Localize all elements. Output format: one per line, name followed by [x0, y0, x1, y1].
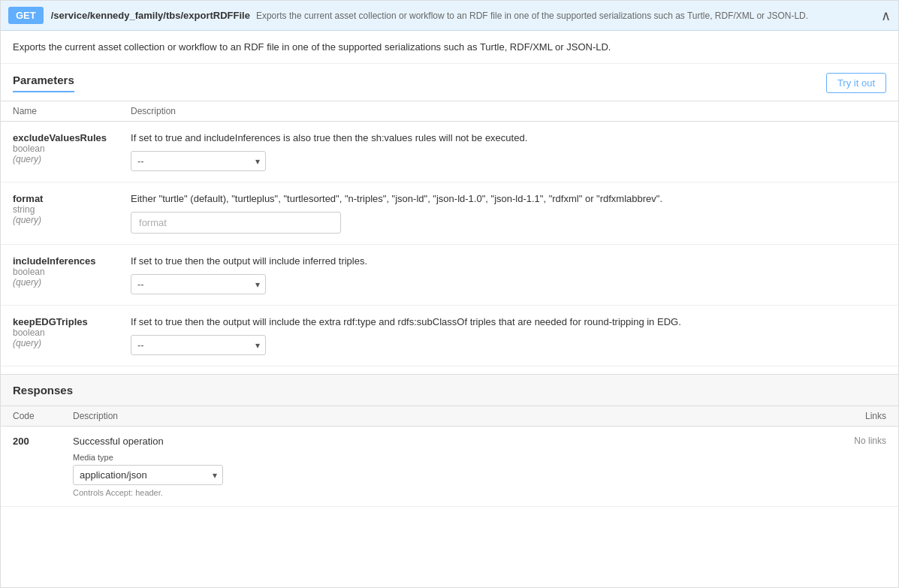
responses-title: Responses — [13, 384, 73, 397]
response-code: 200 — [13, 436, 29, 447]
param-name-cell: excludeValuesRules boolean (query) — [1, 122, 119, 182]
response-desc-cell: Successful operation Media type applicat… — [61, 427, 694, 507]
table-row: 200 Successful operation Media type appl… — [1, 427, 898, 507]
col-name-header: Name — [1, 101, 119, 122]
responses-col-description: Description — [61, 406, 694, 427]
parameters-table: Name Description excludeValuesRules bool… — [1, 101, 898, 366]
table-row: format string (query) Either "turtle" (d… — [1, 182, 898, 245]
controls-note: Controls Accept: header. — [73, 488, 682, 497]
param-type: string — [13, 204, 107, 215]
param-description-text: If set to true then the output will incl… — [131, 316, 886, 327]
param-desc-cell: If set to true and includeInferences is … — [119, 122, 898, 182]
responses-col-links: Links — [694, 406, 898, 427]
param-description-text: Either "turtle" (default), "turtleplus",… — [131, 193, 886, 204]
endpoint-description: Exports the current asset collection or … — [256, 11, 873, 21]
param-select-keepEDGTriples[interactable]: --truefalse — [131, 335, 266, 355]
param-location: (query) — [13, 338, 107, 348]
media-type-select-wrapper: application/jsontext/turtleapplication/r… — [73, 465, 223, 485]
select-wrapper: --truefalse — [131, 151, 266, 171]
param-name-cell: keepEDGTriples boolean (query) — [1, 306, 119, 366]
param-desc-cell: Either "turtle" (default), "turtleplus",… — [119, 182, 898, 245]
param-name: excludeValuesRules — [13, 132, 107, 143]
param-select-excludeValuesRules[interactable]: --truefalse — [131, 151, 266, 171]
response-links-text: No links — [854, 436, 886, 446]
main-container: GET /service/kennedy_family/tbs/exportRD… — [0, 0, 899, 588]
parameters-header: Parameters Try it out — [1, 64, 898, 93]
select-wrapper: --truefalse — [131, 335, 266, 355]
param-name: format — [13, 193, 107, 204]
param-desc-cell: If set to true then the output will incl… — [119, 306, 898, 366]
param-location: (query) — [13, 277, 107, 288]
param-input-format[interactable] — [131, 212, 341, 234]
response-code-cell: 200 — [1, 427, 61, 507]
select-wrapper: --truefalse — [131, 274, 266, 294]
param-name: includeInferences — [13, 255, 107, 267]
method-badge: GET — [8, 7, 44, 24]
response-links-cell: No links — [694, 427, 898, 507]
response-description: Successful operation — [73, 436, 682, 447]
media-type-label: Media type — [73, 453, 682, 462]
table-row: includeInferences boolean (query) If set… — [1, 245, 898, 306]
parameters-section: Parameters Try it out Name Description e… — [1, 64, 898, 366]
col-description-header: Description — [119, 101, 898, 122]
param-type: boolean — [13, 267, 107, 277]
responses-col-code: Code — [1, 406, 61, 427]
parameters-title: Parameters — [13, 74, 74, 92]
table-row: keepEDGTriples boolean (query) If set to… — [1, 306, 898, 366]
responses-section: Responses Code Description Links 200 Suc… — [1, 374, 898, 507]
param-description-text: If set to true then the output will incl… — [131, 255, 886, 267]
param-name: keepEDGTriples — [13, 316, 107, 327]
responses-header: Responses — [1, 375, 898, 406]
header-bar: GET /service/kennedy_family/tbs/exportRD… — [1, 1, 898, 31]
param-location: (query) — [13, 215, 107, 225]
endpoint-path: /service/kennedy_family/tbs/exportRDFFil… — [51, 10, 250, 21]
try-it-out-button[interactable]: Try it out — [826, 73, 886, 93]
media-type-select[interactable]: application/jsontext/turtleapplication/r… — [73, 465, 223, 485]
table-row: excludeValuesRules boolean (query) If se… — [1, 122, 898, 182]
param-name-cell: format string (query) — [1, 182, 119, 245]
param-type: boolean — [13, 327, 107, 338]
collapse-icon[interactable]: ∧ — [881, 8, 891, 24]
param-description-text: If set to true and includeInferences is … — [131, 132, 886, 143]
param-select-includeInferences[interactable]: --truefalse — [131, 274, 266, 294]
summary-description: Exports the current asset collection or … — [1, 31, 898, 64]
responses-table: Code Description Links 200 Successful op… — [1, 406, 898, 507]
param-location: (query) — [13, 154, 107, 164]
param-type: boolean — [13, 143, 107, 154]
param-name-cell: includeInferences boolean (query) — [1, 245, 119, 306]
param-desc-cell: If set to true then the output will incl… — [119, 245, 898, 306]
